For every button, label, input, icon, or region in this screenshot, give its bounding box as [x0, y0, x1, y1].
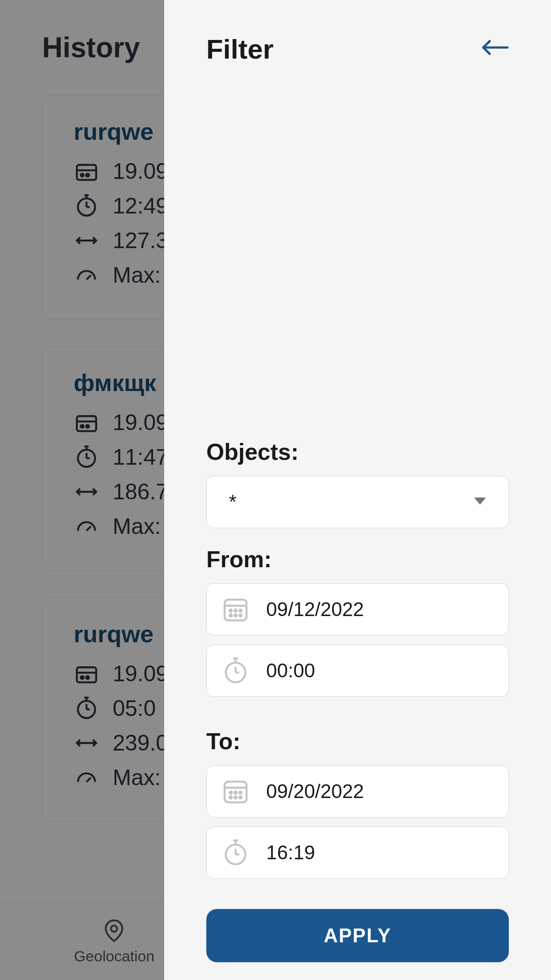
svg-point-43: [235, 614, 237, 616]
svg-point-42: [230, 614, 232, 616]
calendar-icon: [221, 595, 250, 624]
svg-point-54: [240, 791, 242, 794]
back-button[interactable]: [480, 34, 509, 64]
filter-panel: Filter Objects: * From:: [164, 0, 551, 980]
to-time-input[interactable]: 16:19: [206, 826, 509, 879]
svg-point-53: [235, 791, 237, 794]
to-date-input[interactable]: 09/20/2022: [206, 765, 509, 818]
apply-button[interactable]: APPLY: [206, 909, 509, 962]
svg-point-40: [235, 609, 237, 612]
from-time-input[interactable]: 00:00: [206, 644, 509, 697]
svg-point-56: [235, 796, 237, 798]
to-time-value: 16:19: [266, 842, 315, 864]
from-date-input[interactable]: 09/12/2022: [206, 583, 509, 636]
to-label: To:: [206, 728, 509, 755]
svg-point-39: [230, 609, 232, 612]
stopwatch-icon: [221, 656, 250, 685]
svg-point-44: [240, 614, 242, 616]
objects-label: Objects:: [206, 439, 509, 465]
chevron-down-icon: [474, 498, 486, 506]
objects-value: *: [229, 491, 236, 513]
stopwatch-icon: [221, 838, 250, 867]
from-date-value: 09/12/2022: [266, 598, 364, 620]
objects-select[interactable]: *: [206, 476, 509, 528]
svg-point-41: [240, 609, 242, 612]
svg-point-52: [230, 791, 232, 794]
from-time-value: 00:00: [266, 660, 315, 682]
calendar-icon: [221, 777, 250, 806]
filter-title: Filter: [206, 33, 274, 65]
from-label: From:: [206, 546, 509, 573]
svg-point-57: [240, 796, 242, 798]
arrow-left-icon: [480, 37, 509, 58]
svg-point-55: [230, 796, 232, 798]
to-date-value: 09/20/2022: [266, 780, 364, 802]
svg-marker-36: [474, 498, 486, 505]
